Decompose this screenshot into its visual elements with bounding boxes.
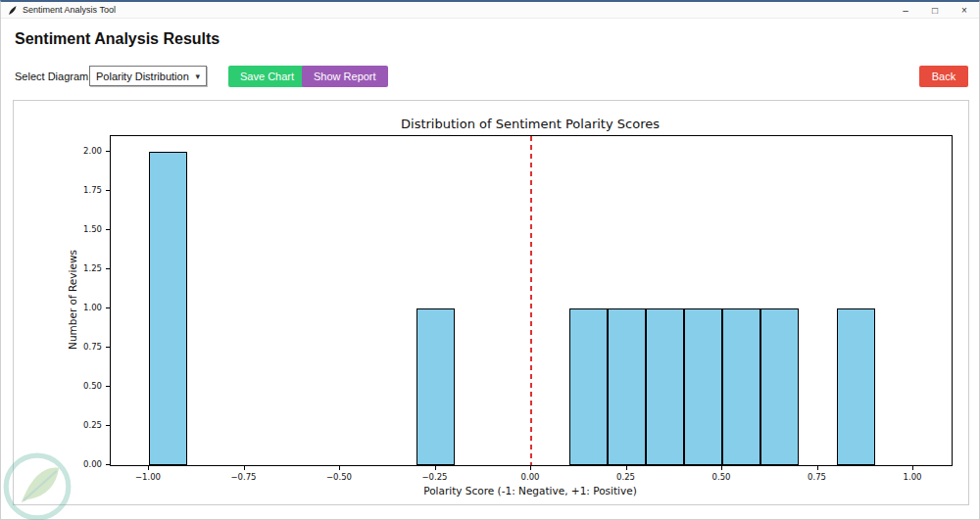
x-axis-label: Polarity Score (-1: Negative, +1: Positi… [110, 485, 951, 496]
back-button[interactable]: Back [919, 66, 968, 87]
plot-area [110, 135, 953, 466]
diagram-dropdown-value: Polarity Distribution [96, 71, 189, 82]
y-tick-label: 0.75 [67, 342, 102, 352]
x-tick-label: −0.25 [411, 472, 460, 482]
x-tick-label: 1.00 [888, 472, 937, 482]
x-tick-label: 0.00 [506, 472, 555, 482]
app-window: Sentiment Analysis Tool – □ × Sentiment … [0, 0, 980, 520]
window-controls: – □ × [891, 2, 979, 18]
x-tick-mark [435, 466, 436, 470]
histogram-bar [608, 308, 646, 465]
chevron-down-icon: ▾ [195, 71, 200, 81]
y-tick-label: 1.75 [67, 185, 102, 195]
histogram-bar [416, 308, 455, 465]
histogram-bar [684, 308, 722, 465]
x-tick-mark [530, 466, 531, 470]
y-tick-mark [106, 229, 110, 230]
chart-title: Distribution of Sentiment Polarity Score… [110, 117, 951, 131]
select-diagram-label: Select Diagram: [15, 71, 91, 82]
y-tick-mark [106, 151, 110, 152]
x-tick-mark [244, 466, 245, 470]
histogram-bar [722, 308, 760, 465]
histogram-bar [760, 308, 799, 465]
y-tick-label: 0.25 [67, 420, 102, 430]
histogram-bar [837, 308, 875, 465]
histogram-bar [646, 308, 684, 465]
y-tick-label: 1.00 [67, 303, 102, 312]
y-tick-mark [106, 425, 110, 426]
y-tick-label: 1.25 [67, 263, 102, 273]
save-chart-button[interactable]: Save Chart [228, 66, 306, 87]
x-tick-mark [721, 466, 722, 470]
y-tick-label: 1.50 [67, 224, 102, 234]
x-tick-label: 0.75 [793, 472, 842, 482]
show-report-button[interactable]: Show Report [302, 66, 388, 87]
y-tick-mark [106, 268, 110, 269]
maximize-button[interactable]: □ [920, 2, 950, 18]
y-tick-mark [106, 347, 110, 348]
zero-reference-line [530, 136, 532, 465]
x-tick-mark [339, 466, 340, 470]
y-tick-label: 2.00 [67, 146, 102, 156]
x-tick-label: −0.50 [315, 472, 364, 482]
histogram-bar [569, 308, 608, 465]
y-tick-mark [106, 464, 110, 465]
x-tick-mark [148, 466, 149, 470]
x-tick-mark [817, 466, 818, 470]
x-tick-mark [626, 466, 627, 470]
close-button[interactable]: × [950, 2, 979, 18]
titlebar: Sentiment Analysis Tool – □ × [1, 2, 979, 19]
y-tick-mark [106, 307, 110, 308]
x-tick-mark [912, 466, 913, 470]
watermark-logo [1, 450, 74, 520]
y-tick-mark [106, 386, 110, 387]
minimize-button[interactable]: – [891, 2, 920, 18]
x-tick-label: 0.25 [602, 472, 651, 482]
y-tick-label: 0.50 [67, 381, 102, 391]
window-title: Sentiment Analysis Tool [23, 5, 116, 15]
x-tick-label: −1.00 [123, 472, 172, 482]
page-title: Sentiment Analysis Results [15, 30, 220, 48]
x-tick-label: −0.75 [220, 472, 269, 482]
chart-container: Distribution of Sentiment Polarity Score… [13, 100, 969, 505]
y-tick-mark [106, 190, 110, 191]
app-icon [8, 5, 18, 16]
diagram-dropdown[interactable]: Polarity Distribution ▾ [89, 66, 207, 86]
x-tick-label: 0.50 [697, 472, 746, 482]
histogram-bar [149, 152, 187, 465]
